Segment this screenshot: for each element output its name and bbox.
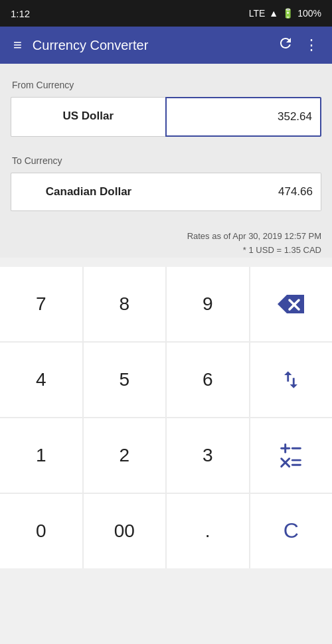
key-2[interactable]: 2 (84, 418, 166, 493)
to-currency-value: 474.66 (166, 173, 321, 211)
to-currency-selector[interactable]: Canadian Dollar (11, 173, 166, 211)
ops-icon (278, 443, 303, 468)
key-dot[interactable]: . (167, 494, 249, 568)
menu-icon[interactable]: ≡ (8, 31, 27, 59)
status-right: LTE ▲ 🔋 100% (249, 8, 321, 19)
backspace-icon (276, 293, 305, 315)
key-00[interactable]: 00 (84, 494, 166, 568)
key-9[interactable]: 9 (167, 267, 249, 341)
from-currency-label: From Currency (12, 80, 321, 90)
status-bar: 1:12 LTE ▲ 🔋 100% (0, 0, 332, 27)
key-clear[interactable]: C (250, 494, 333, 568)
key-3[interactable]: 3 (167, 418, 249, 493)
key-ops[interactable] (250, 418, 333, 493)
key-4[interactable]: 4 (0, 343, 82, 417)
key-6[interactable]: 6 (167, 343, 249, 417)
from-currency-selector[interactable]: US Dollar (11, 97, 165, 137)
rates-date: Rates as of Apr 30, 2019 12:57 PM (11, 230, 321, 244)
battery-icon: 🔋 (282, 8, 293, 19)
key-0[interactable]: 0 (0, 494, 82, 568)
key-8[interactable]: 8 (84, 267, 166, 341)
battery-level: 100% (297, 8, 321, 19)
swap-icon (280, 368, 302, 391)
status-time: 1:12 (11, 8, 30, 19)
from-currency-section: From Currency US Dollar 352.64 (11, 80, 321, 137)
rates-conversion: * 1 USD = 1.35 CAD (11, 244, 321, 258)
to-currency-row: Canadian Dollar 474.66 (11, 173, 321, 211)
app-title: Currency Converter (33, 38, 272, 53)
to-currency-section: To Currency Canadian Dollar 474.66 (11, 155, 321, 211)
more-options-icon[interactable]: ⋮ (299, 31, 324, 59)
key-backspace[interactable] (250, 267, 333, 341)
key-7[interactable]: 7 (0, 267, 82, 341)
toolbar: ≡ Currency Converter ⋮ (0, 27, 332, 64)
to-currency-label: To Currency (12, 155, 321, 166)
key-5[interactable]: 5 (84, 343, 166, 417)
refresh-icon[interactable] (272, 30, 299, 60)
from-currency-value[interactable]: 352.64 (165, 97, 322, 137)
key-1[interactable]: 1 (0, 418, 82, 493)
key-swap[interactable] (250, 343, 333, 417)
signal-icon: ▲ (269, 8, 278, 19)
from-currency-row: US Dollar 352.64 (11, 97, 321, 137)
rates-info: Rates as of Apr 30, 2019 12:57 PM * 1 US… (11, 230, 321, 258)
keypad: 7 8 9 4 5 6 1 2 3 (0, 267, 332, 568)
network-indicator: LTE (249, 8, 266, 19)
main-content: From Currency US Dollar 352.64 To Curren… (0, 64, 332, 258)
